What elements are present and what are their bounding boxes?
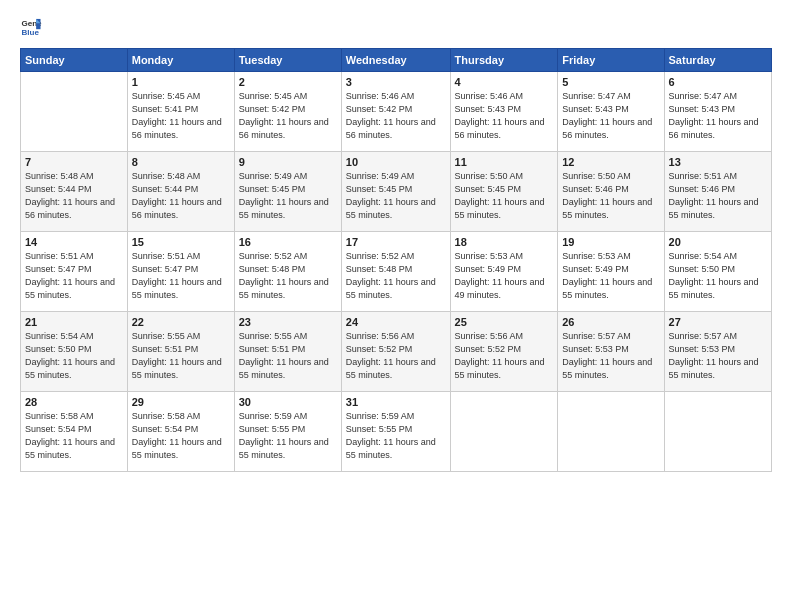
- day-info: Sunrise: 5:58 AMSunset: 5:54 PMDaylight:…: [25, 410, 123, 462]
- calendar-table: SundayMondayTuesdayWednesdayThursdayFrid…: [20, 48, 772, 472]
- day-of-week-header: Tuesday: [234, 49, 341, 72]
- day-number: 6: [669, 76, 767, 88]
- day-number: 22: [132, 316, 230, 328]
- calendar-header-row: SundayMondayTuesdayWednesdayThursdayFrid…: [21, 49, 772, 72]
- day-info: Sunrise: 5:59 AMSunset: 5:55 PMDaylight:…: [346, 410, 446, 462]
- calendar-day-cell: 2Sunrise: 5:45 AMSunset: 5:42 PMDaylight…: [234, 72, 341, 152]
- day-info: Sunrise: 5:46 AMSunset: 5:43 PMDaylight:…: [455, 90, 554, 142]
- day-info: Sunrise: 5:51 AMSunset: 5:47 PMDaylight:…: [132, 250, 230, 302]
- day-info: Sunrise: 5:50 AMSunset: 5:45 PMDaylight:…: [455, 170, 554, 222]
- day-info: Sunrise: 5:45 AMSunset: 5:42 PMDaylight:…: [239, 90, 337, 142]
- day-info: Sunrise: 5:58 AMSunset: 5:54 PMDaylight:…: [132, 410, 230, 462]
- day-info: Sunrise: 5:55 AMSunset: 5:51 PMDaylight:…: [132, 330, 230, 382]
- day-info: Sunrise: 5:54 AMSunset: 5:50 PMDaylight:…: [25, 330, 123, 382]
- calendar-day-cell: 29Sunrise: 5:58 AMSunset: 5:54 PMDayligh…: [127, 392, 234, 472]
- day-number: 14: [25, 236, 123, 248]
- day-number: 15: [132, 236, 230, 248]
- day-number: 19: [562, 236, 659, 248]
- calendar-day-cell: 9Sunrise: 5:49 AMSunset: 5:45 PMDaylight…: [234, 152, 341, 232]
- calendar-week-row: 1Sunrise: 5:45 AMSunset: 5:41 PMDaylight…: [21, 72, 772, 152]
- logo: General Blue: [20, 16, 46, 38]
- calendar-week-row: 14Sunrise: 5:51 AMSunset: 5:47 PMDayligh…: [21, 232, 772, 312]
- day-number: 9: [239, 156, 337, 168]
- day-info: Sunrise: 5:54 AMSunset: 5:50 PMDaylight:…: [669, 250, 767, 302]
- day-number: 11: [455, 156, 554, 168]
- calendar-week-row: 7Sunrise: 5:48 AMSunset: 5:44 PMDaylight…: [21, 152, 772, 232]
- day-number: 25: [455, 316, 554, 328]
- day-of-week-header: Sunday: [21, 49, 128, 72]
- day-number: 29: [132, 396, 230, 408]
- day-number: 5: [562, 76, 659, 88]
- day-number: 28: [25, 396, 123, 408]
- calendar-day-cell: 3Sunrise: 5:46 AMSunset: 5:42 PMDaylight…: [341, 72, 450, 152]
- calendar-day-cell: 4Sunrise: 5:46 AMSunset: 5:43 PMDaylight…: [450, 72, 558, 152]
- day-number: 12: [562, 156, 659, 168]
- day-of-week-header: Thursday: [450, 49, 558, 72]
- calendar-day-cell: 30Sunrise: 5:59 AMSunset: 5:55 PMDayligh…: [234, 392, 341, 472]
- calendar-day-cell: [558, 392, 664, 472]
- calendar-day-cell: 26Sunrise: 5:57 AMSunset: 5:53 PMDayligh…: [558, 312, 664, 392]
- calendar-day-cell: 18Sunrise: 5:53 AMSunset: 5:49 PMDayligh…: [450, 232, 558, 312]
- calendar-day-cell: [450, 392, 558, 472]
- day-info: Sunrise: 5:59 AMSunset: 5:55 PMDaylight:…: [239, 410, 337, 462]
- calendar-day-cell: 25Sunrise: 5:56 AMSunset: 5:52 PMDayligh…: [450, 312, 558, 392]
- day-number: 20: [669, 236, 767, 248]
- day-number: 21: [25, 316, 123, 328]
- day-number: 8: [132, 156, 230, 168]
- day-info: Sunrise: 5:52 AMSunset: 5:48 PMDaylight:…: [346, 250, 446, 302]
- day-number: 13: [669, 156, 767, 168]
- day-info: Sunrise: 5:51 AMSunset: 5:47 PMDaylight:…: [25, 250, 123, 302]
- day-number: 1: [132, 76, 230, 88]
- day-info: Sunrise: 5:57 AMSunset: 5:53 PMDaylight:…: [562, 330, 659, 382]
- calendar-day-cell: 12Sunrise: 5:50 AMSunset: 5:46 PMDayligh…: [558, 152, 664, 232]
- day-info: Sunrise: 5:48 AMSunset: 5:44 PMDaylight:…: [25, 170, 123, 222]
- day-number: 2: [239, 76, 337, 88]
- day-number: 30: [239, 396, 337, 408]
- day-number: 31: [346, 396, 446, 408]
- day-info: Sunrise: 5:49 AMSunset: 5:45 PMDaylight:…: [239, 170, 337, 222]
- calendar-day-cell: 27Sunrise: 5:57 AMSunset: 5:53 PMDayligh…: [664, 312, 771, 392]
- calendar-day-cell: 14Sunrise: 5:51 AMSunset: 5:47 PMDayligh…: [21, 232, 128, 312]
- calendar-day-cell: 13Sunrise: 5:51 AMSunset: 5:46 PMDayligh…: [664, 152, 771, 232]
- day-number: 4: [455, 76, 554, 88]
- calendar-week-row: 21Sunrise: 5:54 AMSunset: 5:50 PMDayligh…: [21, 312, 772, 392]
- day-number: 24: [346, 316, 446, 328]
- day-number: 7: [25, 156, 123, 168]
- day-info: Sunrise: 5:56 AMSunset: 5:52 PMDaylight:…: [455, 330, 554, 382]
- day-info: Sunrise: 5:52 AMSunset: 5:48 PMDaylight:…: [239, 250, 337, 302]
- logo-icon: General Blue: [20, 16, 42, 38]
- calendar-day-cell: 28Sunrise: 5:58 AMSunset: 5:54 PMDayligh…: [21, 392, 128, 472]
- day-info: Sunrise: 5:51 AMSunset: 5:46 PMDaylight:…: [669, 170, 767, 222]
- day-info: Sunrise: 5:46 AMSunset: 5:42 PMDaylight:…: [346, 90, 446, 142]
- day-info: Sunrise: 5:56 AMSunset: 5:52 PMDaylight:…: [346, 330, 446, 382]
- day-of-week-header: Monday: [127, 49, 234, 72]
- day-info: Sunrise: 5:47 AMSunset: 5:43 PMDaylight:…: [669, 90, 767, 142]
- calendar-week-row: 28Sunrise: 5:58 AMSunset: 5:54 PMDayligh…: [21, 392, 772, 472]
- calendar-day-cell: 8Sunrise: 5:48 AMSunset: 5:44 PMDaylight…: [127, 152, 234, 232]
- calendar-day-cell: [664, 392, 771, 472]
- day-of-week-header: Friday: [558, 49, 664, 72]
- calendar-day-cell: 10Sunrise: 5:49 AMSunset: 5:45 PMDayligh…: [341, 152, 450, 232]
- calendar-day-cell: 6Sunrise: 5:47 AMSunset: 5:43 PMDaylight…: [664, 72, 771, 152]
- header: General Blue: [20, 16, 772, 38]
- day-info: Sunrise: 5:45 AMSunset: 5:41 PMDaylight:…: [132, 90, 230, 142]
- day-info: Sunrise: 5:48 AMSunset: 5:44 PMDaylight:…: [132, 170, 230, 222]
- day-info: Sunrise: 5:53 AMSunset: 5:49 PMDaylight:…: [562, 250, 659, 302]
- svg-text:Blue: Blue: [21, 28, 39, 37]
- calendar-day-cell: 19Sunrise: 5:53 AMSunset: 5:49 PMDayligh…: [558, 232, 664, 312]
- day-number: 16: [239, 236, 337, 248]
- calendar-day-cell: 11Sunrise: 5:50 AMSunset: 5:45 PMDayligh…: [450, 152, 558, 232]
- calendar-day-cell: 20Sunrise: 5:54 AMSunset: 5:50 PMDayligh…: [664, 232, 771, 312]
- calendar-day-cell: 5Sunrise: 5:47 AMSunset: 5:43 PMDaylight…: [558, 72, 664, 152]
- day-info: Sunrise: 5:53 AMSunset: 5:49 PMDaylight:…: [455, 250, 554, 302]
- calendar-day-cell: 31Sunrise: 5:59 AMSunset: 5:55 PMDayligh…: [341, 392, 450, 472]
- day-info: Sunrise: 5:57 AMSunset: 5:53 PMDaylight:…: [669, 330, 767, 382]
- day-info: Sunrise: 5:49 AMSunset: 5:45 PMDaylight:…: [346, 170, 446, 222]
- calendar-day-cell: 15Sunrise: 5:51 AMSunset: 5:47 PMDayligh…: [127, 232, 234, 312]
- day-number: 17: [346, 236, 446, 248]
- day-number: 27: [669, 316, 767, 328]
- day-number: 3: [346, 76, 446, 88]
- day-number: 26: [562, 316, 659, 328]
- calendar-day-cell: 7Sunrise: 5:48 AMSunset: 5:44 PMDaylight…: [21, 152, 128, 232]
- page: General Blue SundayMondayTuesdayWednesda…: [0, 0, 792, 612]
